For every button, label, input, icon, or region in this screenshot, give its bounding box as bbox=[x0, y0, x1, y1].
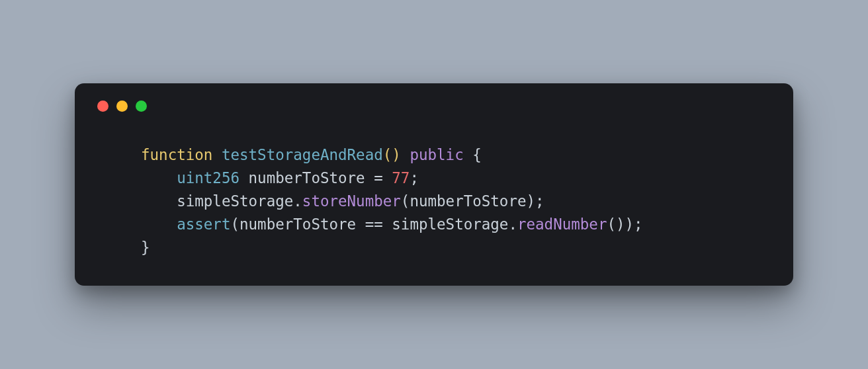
object-ref: simpleStorage bbox=[177, 192, 293, 210]
lhs: numberToStore bbox=[239, 216, 356, 233]
paren-close: ) bbox=[616, 216, 625, 233]
minimize-icon[interactable] bbox=[116, 101, 128, 112]
semicolon: ; bbox=[634, 216, 643, 233]
visibility-public: public bbox=[410, 146, 463, 163]
code-block: function testStorageAndRead() public { u… bbox=[95, 144, 773, 259]
dot: . bbox=[508, 216, 517, 233]
identifier: numberToStore bbox=[249, 169, 365, 186]
type-uint256: uint256 bbox=[177, 169, 239, 186]
method-storeNumber: storeNumber bbox=[302, 192, 401, 210]
method-readNumber: readNumber bbox=[517, 216, 607, 233]
code-line-2: uint256 numberToStore = 77; bbox=[141, 169, 419, 186]
paren-open: ( bbox=[383, 146, 392, 163]
number-literal: 77 bbox=[392, 169, 410, 186]
paren-close: ) bbox=[527, 192, 536, 210]
semicolon: ; bbox=[535, 192, 544, 210]
traffic-lights bbox=[97, 101, 773, 112]
code-line-5: } bbox=[141, 239, 150, 256]
paren-close: ) bbox=[625, 216, 634, 233]
paren-open: ( bbox=[607, 216, 616, 233]
brace-open: { bbox=[472, 146, 482, 163]
operator-assign: = bbox=[374, 169, 383, 186]
semicolon: ; bbox=[410, 169, 419, 186]
dot: . bbox=[293, 192, 302, 210]
paren-open: ( bbox=[230, 216, 239, 233]
keyword-function: function bbox=[141, 146, 212, 163]
close-icon[interactable] bbox=[97, 101, 108, 112]
brace-close: } bbox=[141, 239, 150, 256]
argument: numberToStore bbox=[410, 192, 526, 210]
code-line-4: assert(numberToStore == simpleStorage.re… bbox=[141, 216, 643, 233]
object-ref: simpleStorage bbox=[392, 216, 508, 233]
function-name: testStorageAndRead bbox=[222, 146, 383, 163]
operator-eqeq: == bbox=[365, 216, 383, 233]
maximize-icon[interactable] bbox=[136, 101, 147, 112]
code-line-3: simpleStorage.storeNumber(numberToStore)… bbox=[141, 192, 544, 210]
code-window: function testStorageAndRead() public { u… bbox=[75, 83, 793, 285]
paren-close: ) bbox=[392, 146, 401, 163]
code-line-1: function testStorageAndRead() public { bbox=[141, 146, 482, 163]
paren-open: ( bbox=[401, 192, 410, 210]
call-assert: assert bbox=[177, 216, 230, 233]
